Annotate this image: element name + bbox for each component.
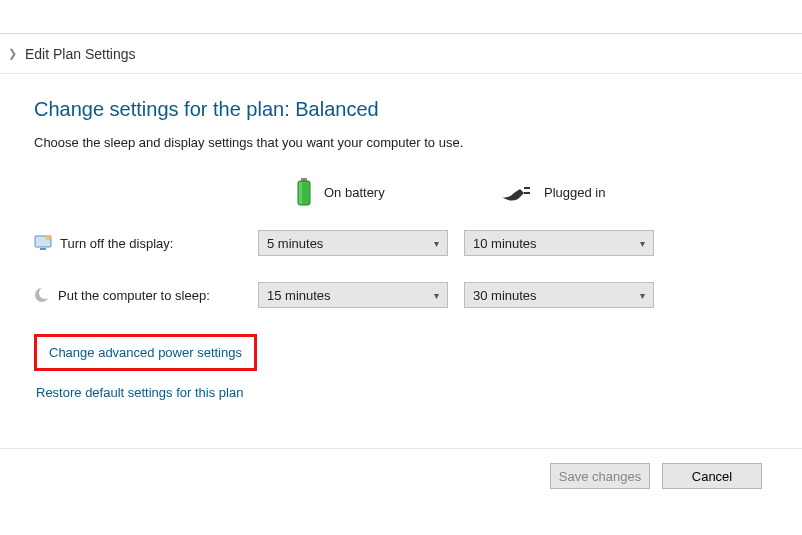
footer: Save changes Cancel: [0, 448, 802, 489]
svg-rect-6: [40, 248, 46, 250]
row-turn-off-display: Turn off the display: 5 minutes ▾ 10 min…: [34, 230, 768, 256]
page-title: Change settings for the plan: Balanced: [34, 98, 768, 121]
breadcrumb[interactable]: ❯ Edit Plan Settings: [0, 34, 802, 74]
cancel-button[interactable]: Cancel: [662, 463, 762, 489]
svg-point-7: [46, 236, 51, 241]
page-subtitle: Choose the sleep and display settings th…: [34, 135, 768, 150]
svg-rect-3: [524, 187, 530, 189]
sleep-label-text: Put the computer to sleep:: [58, 288, 210, 303]
chevron-down-icon: ▾: [640, 238, 645, 249]
plug-icon: [500, 183, 534, 201]
top-bar: [0, 0, 802, 34]
row-put-to-sleep: Put the computer to sleep: 15 minutes ▾ …: [34, 282, 768, 308]
column-plugged-in: Plugged in: [500, 183, 706, 201]
column-plugged-label: Plugged in: [544, 185, 605, 200]
select-display-battery[interactable]: 5 minutes ▾: [258, 230, 448, 256]
svg-rect-2: [299, 182, 302, 204]
select-display-plugged-value: 10 minutes: [473, 236, 537, 251]
chevron-down-icon: ▾: [434, 238, 439, 249]
save-button: Save changes: [550, 463, 650, 489]
chevron-down-icon: ▾: [434, 290, 439, 301]
columns-header: On battery Plugged in: [34, 178, 768, 206]
column-battery-label: On battery: [324, 185, 385, 200]
link-advanced-power-settings[interactable]: Change advanced power settings: [49, 345, 242, 360]
monitor-icon: [34, 235, 52, 251]
links-section: Change advanced power settings Restore d…: [34, 334, 768, 400]
select-sleep-battery[interactable]: 15 minutes ▾: [258, 282, 448, 308]
chevron-right-icon: ❯: [8, 47, 17, 60]
select-sleep-battery-value: 15 minutes: [267, 288, 331, 303]
chevron-down-icon: ▾: [640, 290, 645, 301]
select-sleep-plugged-value: 30 minutes: [473, 288, 537, 303]
select-display-battery-value: 5 minutes: [267, 236, 323, 251]
battery-icon: [294, 178, 314, 206]
select-display-plugged[interactable]: 10 minutes ▾: [464, 230, 654, 256]
moon-icon: [34, 287, 50, 303]
link-restore-defaults[interactable]: Restore default settings for this plan: [34, 385, 245, 400]
breadcrumb-label: Edit Plan Settings: [25, 46, 136, 62]
svg-rect-4: [524, 192, 530, 194]
select-sleep-plugged[interactable]: 30 minutes ▾: [464, 282, 654, 308]
display-label-text: Turn off the display:: [60, 236, 173, 251]
content-area: Change settings for the plan: Balanced C…: [0, 74, 802, 400]
row-label-sleep: Put the computer to sleep:: [34, 287, 258, 303]
highlight-box: Change advanced power settings: [34, 334, 257, 371]
column-on-battery: On battery: [294, 178, 500, 206]
row-label-display: Turn off the display:: [34, 235, 258, 251]
